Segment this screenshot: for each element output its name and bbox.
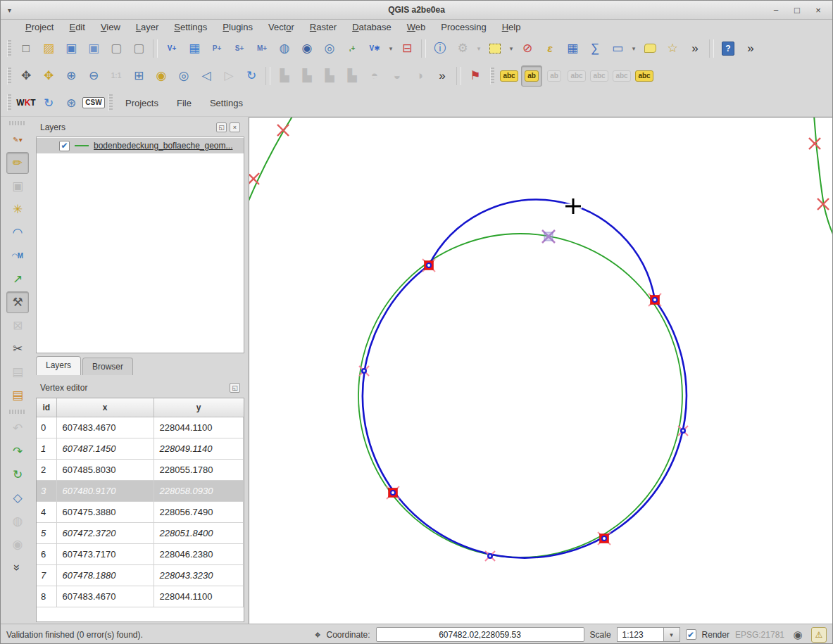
- vertex-cell[interactable]: 607472.3720: [56, 522, 154, 543]
- select-features-icon[interactable]: [484, 38, 506, 59]
- menu-plugins[interactable]: Plugins: [215, 20, 261, 34]
- layer-item[interactable]: ✔ bodenbedeckung_boflaeche_geom...: [37, 138, 244, 153]
- scale-combo[interactable]: 1:123 ▾: [617, 627, 680, 642]
- add-wfs-layer-icon[interactable]: ◎: [319, 38, 340, 59]
- new-print-composer-icon[interactable]: ▢: [106, 38, 127, 59]
- vertex-cell[interactable]: 607480.9170: [56, 480, 154, 501]
- vertex-cross-marker[interactable]: [277, 125, 289, 136]
- vertex-cell[interactable]: 607478.1880: [56, 564, 154, 586]
- open-attribute-table-icon[interactable]: ▦: [562, 38, 583, 59]
- vertex-cell[interactable]: 607483.4670: [56, 417, 154, 438]
- vertex-col-id[interactable]: id: [37, 398, 56, 417]
- minimize-button[interactable]: −: [770, 5, 782, 15]
- zoom-full-icon[interactable]: ⊞: [128, 65, 149, 87]
- vertex-cell[interactable]: 607473.7170: [56, 543, 154, 564]
- close-button[interactable]: ×: [813, 5, 824, 15]
- vertex-cell[interactable]: 1: [37, 438, 56, 459]
- new-project-icon[interactable]: □: [15, 38, 37, 59]
- layer-visibility-checkbox[interactable]: ✔: [59, 141, 70, 151]
- maximize-button[interactable]: □: [791, 5, 803, 15]
- statistics-icon[interactable]: ∑: [584, 38, 606, 59]
- vertex-cell[interactable]: 4: [37, 501, 56, 522]
- vertex-cell[interactable]: 228055.1780: [154, 459, 244, 480]
- menu-layer[interactable]: Layer: [128, 20, 167, 34]
- vertex-cell[interactable]: 7: [37, 564, 56, 586]
- vertex-cell[interactable]: 228046.2380: [154, 543, 244, 564]
- add-spatialite-layer-icon[interactable]: S+: [229, 38, 250, 59]
- toolbar-overflow-icon[interactable]: »: [432, 65, 453, 87]
- render-checkbox[interactable]: ✔: [686, 629, 696, 640]
- layer-labeling-icon[interactable]: abc: [499, 65, 520, 87]
- zoom-last-icon[interactable]: ◁: [196, 65, 217, 87]
- vertex-cell[interactable]: 0: [37, 417, 56, 438]
- mid-vertex-marker[interactable]: [485, 551, 495, 561]
- vertex-row-7[interactable]: 7607478.1880228043.3230: [37, 564, 244, 586]
- cut-features-icon[interactable]: ✂: [6, 338, 29, 360]
- map-canvas[interactable]: [249, 117, 833, 624]
- vertex-col-y[interactable]: y: [154, 398, 244, 417]
- current-edits-icon[interactable]: ✎▾: [6, 129, 29, 151]
- vertex-row-0[interactable]: 0607483.4670228044.1100: [37, 417, 244, 438]
- zoom-to-selection-icon[interactable]: ◉: [151, 65, 172, 87]
- toolbar-overflow-icon[interactable]: »: [740, 38, 761, 59]
- map-tips-icon[interactable]: [639, 38, 660, 59]
- vertex-cell[interactable]: 607475.3880: [56, 501, 154, 522]
- menu-settings[interactable]: Settings: [166, 20, 215, 34]
- menu-project[interactable]: Project: [18, 20, 61, 34]
- vertex-cell[interactable]: 8: [37, 586, 56, 607]
- menu-edit[interactable]: Edit: [61, 20, 92, 34]
- corner-vertex-marker[interactable]: [387, 486, 399, 499]
- vertex-row-4[interactable]: 4607475.3880228056.7490: [37, 501, 244, 522]
- corner-vertex-marker[interactable]: [598, 532, 610, 545]
- vertex-cell[interactable]: 3: [37, 480, 56, 501]
- coordinate-input[interactable]: 607482.02,228059.53: [376, 627, 584, 642]
- float-panel-icon[interactable]: ◱: [216, 122, 227, 132]
- zoom-in-icon[interactable]: ⊕: [61, 65, 82, 87]
- vertex-cell[interactable]: 607485.8030: [56, 459, 154, 480]
- vertex-cell[interactable]: 228056.7490: [154, 501, 244, 522]
- menu-database[interactable]: Database: [344, 20, 399, 34]
- vertex-row-5[interactable]: 5607472.3720228051.8400: [37, 522, 244, 543]
- float-panel-icon[interactable]: ◱: [230, 383, 240, 393]
- add-feature-icon[interactable]: ✳: [6, 198, 29, 220]
- topology-checker-icon[interactable]: ⚑: [465, 65, 486, 87]
- move-feature-icon[interactable]: ↗: [6, 268, 29, 290]
- remove-layer-icon[interactable]: ⊟: [396, 38, 418, 59]
- vertex-tool-icon[interactable]: ⚒: [6, 291, 29, 313]
- measure-icon[interactable]: ▭: [607, 38, 628, 59]
- menu-file[interactable]: File: [168, 94, 201, 113]
- identify-features-icon[interactable]: ⓘ: [430, 38, 451, 59]
- composer-manager-icon[interactable]: ▢: [128, 38, 149, 59]
- rotate-feature-icon[interactable]: ↻: [6, 464, 29, 486]
- vertex-row-3[interactable]: 3607480.9170228058.0930: [37, 480, 244, 501]
- messages-warning-icon[interactable]: ⚠: [811, 627, 827, 643]
- new-shapefile-layer-icon[interactable]: V✱: [364, 38, 385, 59]
- help-contents-icon[interactable]: ?: [718, 38, 739, 59]
- add-circular-string-icon[interactable]: ◠: [6, 222, 29, 244]
- menu-view[interactable]: View: [93, 20, 128, 34]
- vertex-row-1[interactable]: 1607487.1450228049.1140: [37, 438, 244, 459]
- close-panel-icon[interactable]: ×: [230, 122, 240, 132]
- add-mssql-layer-icon[interactable]: M+: [251, 38, 273, 59]
- open-project-icon[interactable]: ▨: [38, 38, 59, 59]
- toolbar-overflow-down-icon[interactable]: »: [6, 557, 29, 579]
- vertex-row-2[interactable]: 2607485.8030228055.1780: [37, 459, 244, 480]
- deselect-all-icon[interactable]: ⊘: [517, 38, 538, 59]
- corner-vertex-marker[interactable]: [422, 259, 435, 272]
- add-wms-layer-icon[interactable]: ◉: [296, 38, 318, 59]
- redo-icon[interactable]: ↷: [6, 441, 29, 462]
- vertex-cross-marker[interactable]: [809, 138, 820, 149]
- vertex-cell[interactable]: 228044.1100: [154, 417, 244, 438]
- pan-hand-icon[interactable]: ✥: [15, 65, 37, 87]
- tab-layers[interactable]: Layers: [36, 356, 81, 375]
- menu-help[interactable]: Help: [494, 20, 529, 34]
- toggle-editing-icon[interactable]: ✏: [6, 152, 29, 174]
- mouse-position-icon[interactable]: ⌖: [315, 629, 320, 641]
- menu-processing[interactable]: Processing: [433, 20, 494, 34]
- simplify-feature-icon[interactable]: ◇: [6, 487, 29, 509]
- vertex-cell[interactable]: 228049.1140: [154, 438, 244, 459]
- vertex-cell[interactable]: 607487.1450: [56, 438, 154, 459]
- vertex-col-x[interactable]: x: [56, 398, 154, 417]
- selected-vertex-marker[interactable]: [542, 230, 555, 243]
- vertex-cell[interactable]: 607483.4670: [56, 586, 154, 607]
